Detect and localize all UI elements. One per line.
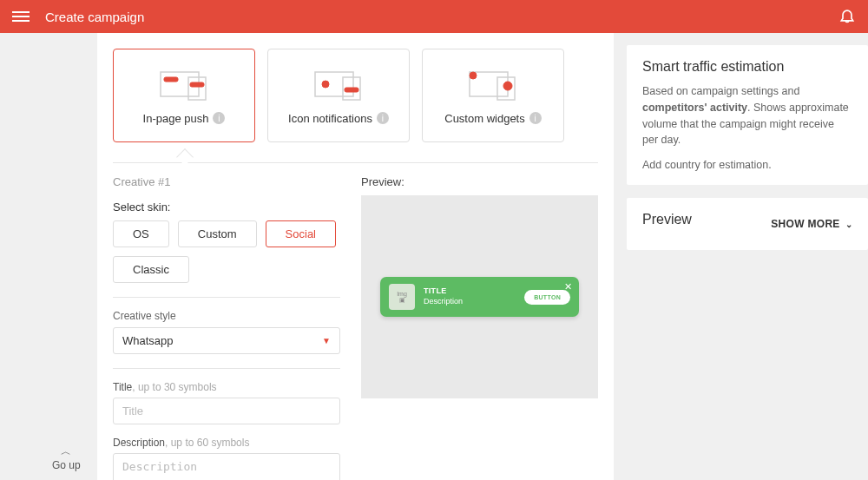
card-icon-notifications[interactable]: Icon notificationsi — [267, 49, 410, 142]
style-label: Creative style — [113, 310, 340, 322]
chevron-down-icon: ⌄ — [845, 220, 852, 229]
info-icon[interactable]: i — [377, 112, 389, 124]
info-icon[interactable]: i — [213, 112, 225, 124]
estimation-title: Smart traffic estimation — [642, 59, 852, 75]
in-page-push-icon — [154, 67, 214, 102]
creative-style-select[interactable]: Whatsapp ▼ — [113, 327, 340, 354]
card-label: In-page push — [143, 112, 209, 125]
estimation-body: Based on campaign settings and competito… — [642, 83, 852, 148]
preview-label: Preview: — [361, 175, 598, 188]
close-icon[interactable]: ✕ — [564, 281, 572, 293]
go-up-button[interactable]: ︿ Go up — [52, 444, 81, 471]
chevron-up-icon: ︿ — [52, 444, 81, 459]
svg-point-10 — [470, 72, 477, 79]
card-in-page-push[interactable]: In-page pushi — [113, 49, 255, 142]
description-field-label: Description, up to 60 symbols — [113, 437, 340, 449]
svg-rect-2 — [164, 77, 178, 82]
svg-rect-4 — [315, 72, 353, 96]
menu-icon[interactable] — [12, 9, 30, 24]
notification-image-placeholder: Img▣ — [389, 284, 415, 310]
svg-rect-7 — [345, 88, 358, 92]
estimation-panel: Smart traffic estimation Based on campai… — [627, 45, 868, 185]
style-value: Whatsapp — [122, 334, 174, 347]
chevron-down-icon: ▼ — [322, 336, 331, 345]
custom-widgets-icon — [463, 67, 523, 102]
ad-type-cards: In-page pushi Icon notificationsi Custom… — [113, 49, 598, 142]
skin-classic[interactable]: Classic — [113, 256, 189, 283]
description-input[interactable] — [113, 453, 340, 480]
svg-rect-3 — [190, 82, 204, 87]
creative-heading: Creative #1 — [113, 175, 340, 188]
main-panel: In-page pushi Icon notificationsi Custom… — [97, 33, 614, 480]
title-input[interactable] — [113, 398, 340, 424]
title-field-label: Title, up to 30 symbols — [113, 381, 340, 393]
notification-description: Description — [424, 297, 516, 307]
app-header: Create campaign — [0, 0, 868, 33]
preview-box: ✕ Img▣ TITLE Description BUTTON — [361, 195, 598, 398]
notification-title: TITLE — [424, 286, 516, 297]
skin-label: Select skin: — [113, 201, 340, 214]
preview-panel: Preview SHOW MORE⌄ — [627, 198, 868, 250]
icon-notifications-icon — [308, 67, 369, 102]
preview-panel-title: Preview — [642, 212, 692, 227]
svg-point-6 — [322, 81, 329, 88]
svg-point-11 — [503, 82, 512, 90]
skin-options: OS Custom Social Classic — [113, 220, 340, 283]
bell-icon[interactable] — [838, 7, 856, 27]
card-pointer — [113, 153, 598, 163]
card-custom-widgets[interactable]: Custom widgetsi — [422, 49, 564, 142]
skin-social[interactable]: Social — [266, 220, 336, 247]
page-title: Create campaign — [45, 10, 144, 24]
skin-os[interactable]: OS — [113, 220, 169, 247]
notification-preview: ✕ Img▣ TITLE Description BUTTON — [380, 277, 579, 317]
show-more-button[interactable]: SHOW MORE⌄ — [771, 218, 852, 230]
info-icon[interactable]: i — [529, 112, 542, 124]
estimation-action[interactable]: Add country for estimation. — [642, 159, 852, 171]
card-label: Custom widgets — [444, 112, 524, 125]
card-label: Icon notifications — [288, 112, 372, 125]
skin-custom[interactable]: Custom — [178, 220, 257, 247]
